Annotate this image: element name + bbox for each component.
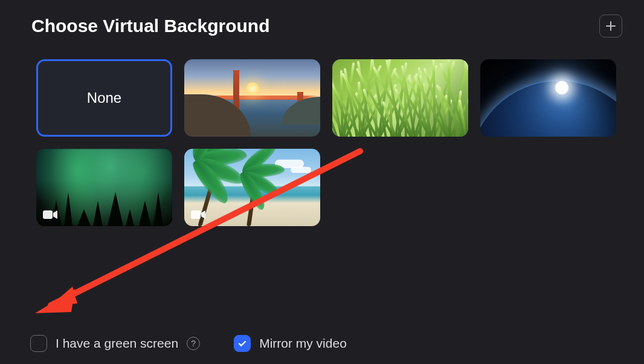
svg-rect-1 [191, 210, 201, 219]
bg-option-grass[interactable] [332, 59, 468, 137]
green-screen-checkbox[interactable] [30, 335, 47, 352]
bg-option-none[interactable]: None [36, 59, 172, 137]
bg-option-beach[interactable] [184, 149, 320, 226]
bg-option-aurora[interactable] [36, 149, 172, 226]
mirror-video-checkbox[interactable] [234, 335, 251, 352]
svg-rect-0 [43, 210, 53, 219]
plus-icon [605, 21, 616, 31]
bg-option-golden-gate[interactable] [184, 59, 320, 137]
options-row: I have a green screen ? Mirror my video [0, 335, 644, 352]
video-camera-icon [42, 209, 58, 220]
page-title: Choose Virtual Background [31, 16, 270, 36]
help-icon: ? [191, 339, 196, 348]
svg-marker-4 [35, 289, 75, 313]
video-camera-icon [190, 209, 206, 220]
check-icon [237, 339, 247, 348]
add-background-button[interactable] [599, 15, 622, 37]
svg-marker-3 [51, 287, 77, 305]
bg-none-label: None [87, 89, 121, 106]
green-screen-help[interactable]: ? [187, 337, 200, 350]
bg-option-earth[interactable] [480, 59, 616, 137]
background-grid: None [0, 37, 644, 226]
mirror-video-label: Mirror my video [259, 336, 347, 351]
green-screen-label: I have a green screen [56, 336, 178, 351]
